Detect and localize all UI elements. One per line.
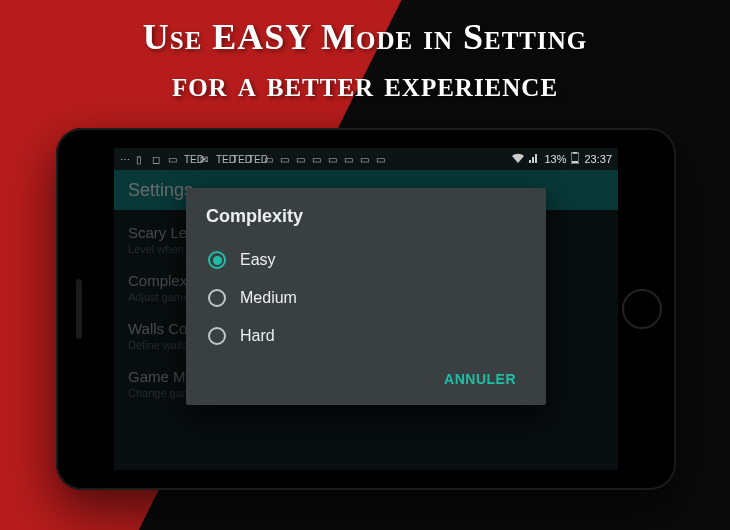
notif-icon: ▭ — [280, 154, 292, 164]
notif-icon: TED — [184, 154, 196, 164]
status-notification-icons: ⋯ ▯ ◻ ▭ TED ✉ TED TED TED ▭ ▭ ▭ ▭ ▭ ▭ ▭ … — [120, 154, 507, 164]
notif-icon: ▭ — [344, 154, 356, 164]
device-home-button[interactable] — [622, 289, 662, 329]
notif-icon: ✉ — [200, 154, 212, 164]
notif-icon: ◻ — [152, 154, 164, 164]
promo-headline: Use EASY Mode in Setting for a better ex… — [0, 14, 730, 108]
battery-text: 13% — [544, 153, 566, 165]
notif-icon: TED — [248, 154, 260, 164]
notif-icon: ▯ — [136, 154, 148, 164]
signal-icon — [529, 153, 539, 165]
radio-option-easy[interactable]: Easy — [206, 241, 526, 279]
radio-label: Medium — [240, 289, 297, 307]
headline-line1: Use EASY Mode in Setting — [0, 14, 730, 61]
notif-icon: ▭ — [296, 154, 308, 164]
dialog-actions: ANNULER — [206, 363, 526, 395]
svg-rect-1 — [573, 152, 577, 154]
notif-icon: ▭ — [328, 154, 340, 164]
notif-icon: ▭ — [376, 154, 388, 164]
notif-icon: ▭ — [264, 154, 276, 164]
radio-label: Easy — [240, 251, 276, 269]
clock-text: 23:37 — [584, 153, 612, 165]
battery-icon — [571, 152, 579, 166]
android-statusbar: ⋯ ▯ ◻ ▭ TED ✉ TED TED TED ▭ ▭ ▭ ▭ ▭ ▭ ▭ … — [114, 148, 618, 170]
notif-icon: TED — [216, 154, 228, 164]
status-right-cluster: 13% 23:37 — [512, 152, 612, 166]
notif-icon: ▭ — [312, 154, 324, 164]
dialog-title: Complexity — [206, 206, 526, 227]
notif-icon: TED — [232, 154, 244, 164]
radio-option-medium[interactable]: Medium — [206, 279, 526, 317]
device-speaker — [76, 279, 82, 339]
notif-icon: ⋯ — [120, 154, 132, 164]
cancel-button[interactable]: ANNULER — [434, 363, 526, 395]
radio-option-hard[interactable]: Hard — [206, 317, 526, 355]
radio-icon — [208, 251, 226, 269]
radio-label: Hard — [240, 327, 275, 345]
wifi-icon — [512, 153, 524, 165]
radio-icon — [208, 289, 226, 307]
complexity-dialog: Complexity Easy Medium Hard ANNULER — [186, 188, 546, 405]
radio-icon — [208, 327, 226, 345]
svg-rect-2 — [572, 161, 578, 163]
headline-line2: for a better experience — [0, 61, 730, 108]
notif-icon: ▭ — [360, 154, 372, 164]
device-frame: ⋯ ▯ ◻ ▭ TED ✉ TED TED TED ▭ ▭ ▭ ▭ ▭ ▭ ▭ … — [56, 128, 676, 490]
device-screen: ⋯ ▯ ◻ ▭ TED ✉ TED TED TED ▭ ▭ ▭ ▭ ▭ ▭ ▭ … — [114, 148, 618, 470]
notif-icon: ▭ — [168, 154, 180, 164]
